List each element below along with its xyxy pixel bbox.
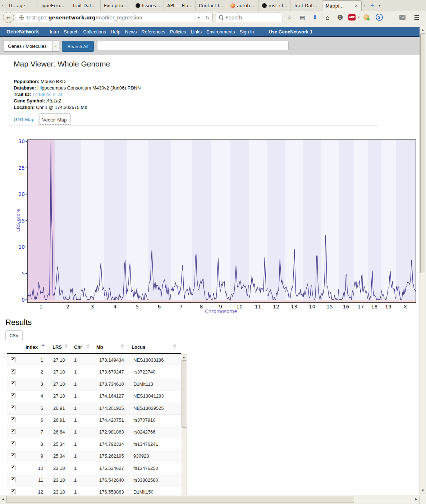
- url-dropdown-caret-icon[interactable]: ▾: [196, 16, 202, 19]
- gn-nav-item-collections[interactable]: Collections: [83, 29, 106, 35]
- gn-nav-item-intro[interactable]: Intro: [50, 29, 59, 35]
- sort-both-icon[interactable]: [173, 344, 176, 348]
- browser-tab[interactable]: TypeErro...: [37, 0, 69, 11]
- browser-search-input[interactable]: [225, 14, 273, 21]
- column-header-locus[interactable]: Locus: [132, 344, 145, 350]
- row-checkbox[interactable]: [11, 453, 15, 458]
- row-checkbox[interactable]: [11, 369, 15, 374]
- browser-tab[interactable]: mst_cl...: [259, 0, 290, 11]
- download-icon[interactable]: ⬇: [311, 14, 319, 21]
- cell-lrs: 27.18: [53, 369, 65, 375]
- page-scroll-right-icon[interactable]: ▶: [413, 495, 419, 503]
- gn-nav-item-help[interactable]: Help: [111, 29, 120, 35]
- page-scroll-down-icon[interactable]: ▼: [420, 488, 426, 493]
- browser-tab[interactable]: Trait Dat...: [69, 0, 101, 11]
- meta-line: Gene Symbol: Atp1a2: [14, 98, 141, 104]
- gn-nav-item-policies[interactable]: Policies: [170, 29, 186, 35]
- row-checkbox[interactable]: [11, 417, 15, 422]
- bookmark-star-icon[interactable]: ☆: [286, 14, 294, 21]
- cell-index: 6: [25, 417, 43, 423]
- browser-tab-label: Contact I...: [199, 3, 223, 8]
- browser-tab[interactable]: Contact I...: [196, 0, 227, 11]
- stylish-badge: S: [376, 14, 383, 21]
- column-header-chr[interactable]: Chr: [74, 344, 82, 350]
- chromosome-band-16: [339, 140, 354, 302]
- browser-tab[interactable]: Exceptio...: [101, 0, 132, 11]
- gn-nav-item-links[interactable]: Links: [191, 29, 202, 35]
- cookie-addon-icon[interactable]: [362, 14, 370, 21]
- browser-tab-label: Trait Dat...: [72, 3, 96, 8]
- row-checkbox[interactable]: [11, 441, 15, 446]
- row-checkbox[interactable]: [11, 406, 15, 410]
- gn-nav-item-references[interactable]: References: [141, 29, 165, 35]
- column-header-lrs[interactable]: LRS: [52, 344, 62, 350]
- site-identity-globe-icon[interactable]: [19, 15, 24, 20]
- messenger-icon[interactable]: ☻: [336, 14, 344, 21]
- row-checkbox[interactable]: [11, 381, 15, 386]
- browser-search-box[interactable]: [216, 13, 283, 22]
- close-tab-icon[interactable]: ×: [354, 3, 358, 8]
- search-all-button[interactable]: Search All: [62, 41, 94, 52]
- browser-tab-active[interactable]: Mappi...×: [322, 0, 362, 11]
- x-tick-label-chr18: 18: [371, 304, 378, 310]
- meta-label: Population:: [14, 79, 40, 84]
- stylish-addon-icon[interactable]: S: [375, 14, 383, 21]
- meta-line: Database: Hippocampus Consortium M430v2 …: [14, 85, 141, 91]
- table-scrollbar-thumb[interactable]: [182, 360, 186, 428]
- page-vscrollbar-thumb[interactable]: [420, 33, 425, 273]
- url-bar[interactable]: test-gn2.genenetwork.org/marker_regressi…: [16, 13, 213, 22]
- cell-index: 1: [25, 357, 43, 363]
- menu-hamburger-icon[interactable]: ☰: [413, 14, 421, 21]
- row-checkbox[interactable]: [11, 393, 15, 398]
- gn-nav-item-sign-in[interactable]: Sign in: [239, 29, 254, 35]
- tab-scroll-left-icon[interactable]: ‹: [0, 0, 6, 11]
- gn-nav-item-environments[interactable]: Environments: [206, 29, 235, 35]
- row-checkbox[interactable]: [11, 477, 15, 482]
- meta-value[interactable]: 1443823_s_at: [31, 92, 62, 97]
- browser-tab[interactable]: autob...: [227, 0, 259, 11]
- row-checkbox[interactable]: [11, 489, 15, 494]
- sort-asc-icon[interactable]: [42, 344, 45, 346]
- adblock-icon[interactable]: ABP: [348, 14, 356, 21]
- new-tab-button[interactable]: +: [367, 0, 377, 11]
- x-tick-label-chr15: 15: [326, 304, 333, 310]
- tab-gn1-map[interactable]: GN1 Map: [14, 117, 35, 122]
- row-checkbox[interactable]: [11, 357, 15, 362]
- browser-tab[interactable]: Issues...: [132, 0, 164, 11]
- use-genenetwork1-link[interactable]: Use GeneNetwork 1: [269, 29, 312, 35]
- row-checkbox[interactable]: [11, 429, 15, 434]
- csv-export-button[interactable]: CSV: [5, 330, 23, 341]
- page-hscrollbar-thumb[interactable]: [6, 496, 354, 503]
- browser-tab[interactable]: API — Fla...: [164, 0, 196, 11]
- gn-nav-item-news[interactable]: News: [125, 29, 137, 35]
- gn-nav-item-search[interactable]: Search: [64, 29, 78, 35]
- sort-both-icon[interactable]: [87, 344, 90, 348]
- table-header-rule: [7, 353, 181, 354]
- selenium-ide-icon[interactable]: Se: [398, 14, 406, 21]
- select-caret-icon[interactable]: ▼: [52, 41, 59, 51]
- tab-scroll-right-icon[interactable]: ›: [362, 0, 367, 11]
- page-scroll-left-icon[interactable]: ◀: [0, 495, 6, 503]
- home-icon[interactable]: ⌂: [324, 14, 331, 21]
- reading-list-icon[interactable]: ▤: [298, 14, 306, 21]
- sort-both-icon[interactable]: [65, 344, 68, 348]
- gn-brand[interactable]: GeneNetwork: [6, 29, 39, 35]
- reload-icon[interactable]: ↻: [202, 15, 212, 20]
- search-category-select[interactable]: Genes / Molecules ▼: [4, 41, 59, 52]
- search-all-input[interactable]: [97, 41, 289, 50]
- page-scroll-up-icon[interactable]: ▲: [420, 27, 426, 33]
- row-checkbox[interactable]: [11, 466, 15, 470]
- tab-vector-map[interactable]: Vector Map: [38, 113, 71, 126]
- browser-tab-bar: ‹ tt...ageTypeErro...Trait Dat...Excepti…: [0, 0, 426, 11]
- column-header-mb[interactable]: Mb: [96, 344, 103, 350]
- column-header-index[interactable]: Index: [26, 344, 38, 350]
- table-scroll-up-icon[interactable]: ▲: [181, 354, 187, 359]
- browser-tab[interactable]: Trait Dat...: [290, 0, 322, 11]
- tab-list-caret-icon[interactable]: ▾: [377, 0, 383, 11]
- adblock-caret-icon[interactable]: ▾: [357, 14, 361, 21]
- browser-tab[interactable]: tt...age: [6, 0, 37, 11]
- chromosome-band-4: [104, 140, 127, 302]
- sort-both-icon[interactable]: [121, 344, 124, 348]
- back-button[interactable]: ←: [3, 12, 14, 23]
- table-row: 327.181173.734610D1Mit113: [7, 378, 181, 390]
